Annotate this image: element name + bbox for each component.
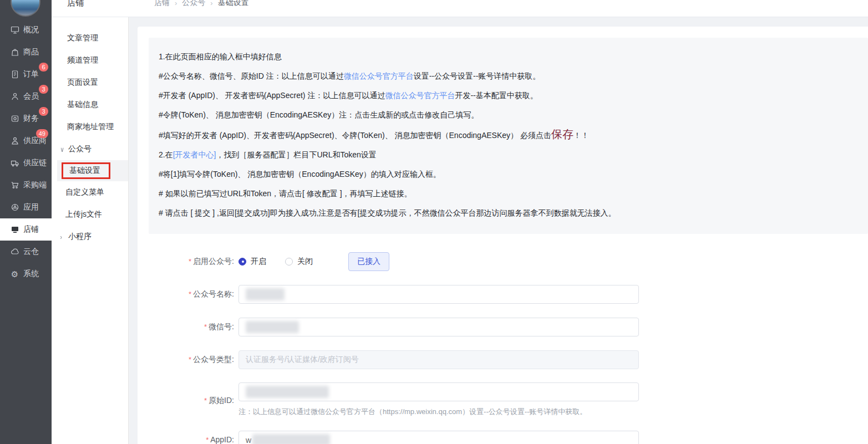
field-label: *AppID: [149, 430, 238, 444]
sidebar-item-supply-chain[interactable]: 供应链 [0, 152, 52, 174]
submenu-section-label: 小程序 [68, 232, 92, 242]
submenu-item-page-settings[interactable]: 页面设置 [52, 72, 128, 94]
supplier-badge: 49 [36, 129, 48, 138]
secondary-sidebar: 文章管理 频道管理 页面设置 基础信息 商家地址管理 ∨ 公众号 基础设置 自定… [52, 17, 129, 444]
submenu-item-upload-js[interactable]: 上传js文件 [52, 203, 128, 226]
breadcrumb-item-official-account[interactable]: 公众号 [182, 0, 205, 8]
redacted-value [246, 288, 285, 300]
sidebar-item-procurement[interactable]: 采购端 [0, 174, 52, 196]
submenu-section-label: 公众号 [68, 144, 92, 154]
sidebar-item-label: 供应链 [23, 158, 47, 168]
original-id-note: 注：以上信息可以通过微信公众号官方平台（https://mp.weixin.qq… [238, 407, 587, 417]
sidebar-item-finance[interactable]: 财务 3 [0, 108, 52, 130]
avatar[interactable] [11, 0, 40, 17]
enable-radio-group: 开启 关闭 已接入 [238, 252, 389, 271]
primary-sidebar: 概况 商品 订单 6 会员 3 财务 3 供应商 49 供应链 [0, 0, 52, 444]
notice-line: 2.在[开发者中心]，找到［服务器配置］栏目下URL和Token设置 [159, 145, 851, 165]
sidebar-item-label: 系统 [23, 269, 39, 279]
notice-text: # 如果以前已填写过URL和Token，请点击[ 修改配置 ]，再填写上述链接。 [159, 189, 412, 198]
notice-text: #将[1]填写令牌(ToKen)、 消息加密密钥（EncodingAESKey）… [159, 170, 441, 178]
submenu-item-custom-menu[interactable]: 自定义菜单 [52, 181, 128, 203]
sidebar-item-apps[interactable]: 应用 [0, 196, 52, 218]
sidebar-item-goods[interactable]: 商品 [0, 41, 52, 63]
orders-icon [10, 70, 19, 79]
label-text: 微信号: [209, 322, 234, 331]
sidebar-item-cloud-warehouse[interactable]: 云仓 [0, 241, 52, 263]
appid-input[interactable]: w [238, 431, 639, 444]
form-row-account-name: *公众号名称: [149, 284, 868, 304]
chevron-right-icon: › [60, 233, 65, 241]
red-highlight-box: 基础设置 [62, 162, 110, 179]
sidebar-item-members[interactable]: 会员 3 [0, 85, 52, 108]
radio-label: 关闭 [297, 257, 313, 267]
notice-text: 2.在 [159, 150, 173, 159]
submenu-item-basic-info[interactable]: 基础信息 [52, 94, 128, 116]
members-icon [10, 92, 19, 101]
notice-text: #填写好的开发者 (AppID)、开发者密码(AppSecret)、令牌(ToK… [159, 131, 551, 140]
submenu-item-articles[interactable]: 文章管理 [52, 27, 128, 49]
required-asterisk: * [204, 323, 207, 331]
sidebar-item-label: 订单 [23, 69, 39, 79]
supply-chain-icon [10, 159, 19, 168]
submenu-item-channels[interactable]: 频道管理 [52, 49, 128, 72]
connected-status-button[interactable]: 已接入 [348, 252, 389, 271]
breadcrumb-item-shop[interactable]: 店铺 [154, 0, 170, 8]
form-row-enable: *启用公众号: 开启 关闭 已接入 [149, 252, 868, 271]
goods-icon [10, 48, 19, 57]
required-asterisk: * [204, 396, 207, 405]
required-asterisk: * [189, 290, 191, 298]
required-asterisk: * [206, 436, 209, 444]
submenu-item-merchant-address[interactable]: 商家地址管理 [52, 116, 128, 138]
save-emphasis-text: 保存 [551, 128, 573, 140]
radio-enable-off[interactable]: 关闭 [285, 257, 313, 267]
account-type-input: 认证服务号/认证媒体/政府订阅号 [238, 350, 639, 369]
notice-line: #填写好的开发者 (AppID)、开发者密码(AppSecret)、令牌(ToK… [159, 125, 851, 145]
link-wechat-official-platform[interactable]: 微信公众号官方平台 [344, 72, 414, 80]
notice-line: #令牌(ToKen)、 消息加密密钥（EncodingAESKey）注：点击生成… [159, 105, 851, 125]
sidebar-item-overview[interactable]: 概况 [0, 19, 52, 41]
required-asterisk: * [189, 257, 191, 266]
content-card: 1.在此页面相应的输入框中填好信息 #公众号名称、微信号、原始ID 注：以上信息… [138, 27, 868, 444]
link-developer-center[interactable]: [开发者中心] [173, 150, 216, 159]
notice-text: #公众号名称、微信号、原始ID 注：以上信息可以通过 [159, 72, 344, 80]
original-id-col: 注：以上信息可以通过微信公众号官方平台（https://mp.weixin.qq… [238, 382, 639, 418]
members-badge: 3 [39, 85, 48, 94]
notice-text: ，找到［服务器配置］栏目下URL和Token设置 [216, 150, 376, 159]
radio-enable-on[interactable]: 开启 [238, 257, 266, 267]
sidebar-item-system[interactable]: ⚙ 系统 [0, 263, 52, 285]
label-text: 公众号类型: [193, 355, 234, 364]
submenu-item-basic-settings-active[interactable]: 基础设置 [57, 160, 128, 181]
apps-icon [10, 203, 19, 212]
sidebar-item-label: 店铺 [23, 224, 39, 234]
sidebar-item-label: 云仓 [23, 247, 39, 257]
sidebar-item-supplier[interactable]: 供应商 49 [0, 130, 52, 152]
notice-line: # 请点击 [ 提交 ] ,返回[提交成功]即为接入成功,注意是否有[提交成功提… [159, 203, 851, 223]
field-label: *原始ID: [149, 391, 238, 410]
sidebar-item-orders[interactable]: 订单 6 [0, 63, 52, 85]
submenu-section-official-account[interactable]: ∨ 公众号 [52, 138, 128, 160]
notice-text: ！！ [573, 131, 589, 140]
primary-nav: 概况 商品 订单 6 会员 3 财务 3 供应商 49 供应链 [0, 19, 52, 285]
orders-badge: 6 [39, 63, 48, 72]
account-name-input[interactable] [238, 285, 639, 304]
link-wechat-official-platform[interactable]: 微信公众号官方平台 [385, 91, 455, 100]
redacted-value [246, 321, 299, 333]
sidebar-item-shop[interactable]: 店铺 [0, 218, 52, 241]
radio-dot-icon [285, 258, 293, 266]
sidebar-item-label: 商品 [23, 47, 39, 57]
official-account-form: *启用公众号: 开启 关闭 已接入 *公众号名称: [149, 252, 868, 444]
form-row-wechat-id: *微信号: [149, 317, 868, 336]
main-area: 1.在此页面相应的输入框中填好信息 #公众号名称、微信号、原始ID 注：以上信息… [129, 17, 868, 444]
notice-text: #令牌(ToKen)、 消息加密密钥（EncodingAESKey）注：点击生成… [159, 110, 479, 119]
notice-text: 开发--基本配置中获取。 [455, 91, 537, 100]
notice-line: #开发者 (AppID)、 开发者密码(AppSecret) 注：以上信息可以通… [159, 86, 851, 105]
notice-text: # 请点击 [ 提交 ] ,返回[提交成功]即为接入成功,注意是否有[提交成功提… [159, 208, 616, 217]
label-text: 原始ID: [209, 396, 234, 405]
instructions-notice: 1.在此页面相应的输入框中填好信息 #公众号名称、微信号、原始ID 注：以上信息… [149, 38, 868, 234]
original-id-input[interactable] [238, 382, 639, 401]
form-row-account-type: *公众号类型: 认证服务号/认证媒体/政府订阅号 [149, 350, 868, 369]
chevron-down-icon: ∨ [60, 145, 65, 154]
label-text: 启用公众号: [193, 257, 234, 266]
wechat-id-input[interactable] [238, 318, 639, 336]
submenu-section-mini-program[interactable]: › 小程序 [52, 226, 128, 248]
